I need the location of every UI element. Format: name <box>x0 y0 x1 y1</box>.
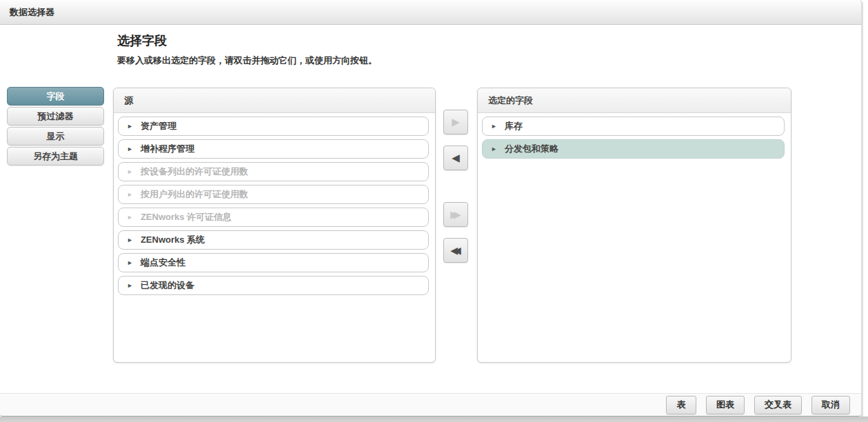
expand-arrow-icon: ► <box>127 192 133 198</box>
dialog-footer: 表 图表 交叉表 取消 <box>0 393 861 416</box>
source-field-group[interactable]: ► 已发现的设备 <box>118 276 429 295</box>
field-group-label: 分发包和策略 <box>505 143 558 155</box>
table-button[interactable]: 表 <box>666 396 696 414</box>
double-left-arrow-icon: ◀◀ <box>450 245 461 256</box>
move-right-button: ▶ <box>443 110 468 134</box>
source-field-group[interactable]: ► 资产管理 <box>118 117 429 136</box>
expand-arrow-icon[interactable]: ► <box>127 283 133 289</box>
source-field-group[interactable]: ► 增补程序管理 <box>118 139 429 159</box>
field-group-label: 增补程序管理 <box>141 143 194 155</box>
expand-arrow-icon[interactable]: ► <box>127 237 133 243</box>
cancel-button-label: 取消 <box>822 399 840 411</box>
field-group-label: 库存 <box>505 120 523 132</box>
sidebar-nav: 字段 预过滤器 显示 另存为主题 <box>7 87 104 167</box>
selected-panel-list: ► 库存 ► 分发包和策略 <box>478 113 791 165</box>
expand-arrow-icon: ► <box>127 214 133 221</box>
move-all-left-button[interactable]: ◀◀ <box>443 238 468 263</box>
field-group-label: 已发现的设备 <box>141 279 194 292</box>
sidebar-item-label: 显示 <box>47 130 65 143</box>
selected-field-group[interactable]: ► 分发包和策略 <box>482 139 785 159</box>
expand-arrow-icon[interactable]: ► <box>491 123 497 130</box>
data-selector-dialog: 数据选择器 选择字段 要移入或移出选定的字段，请双击并拖动它们，或使用方向按钮。… <box>0 0 863 416</box>
source-panel-title: 源 <box>124 94 133 107</box>
move-left-button[interactable]: ◀ <box>443 145 468 170</box>
sidebar-item-label: 另存为主题 <box>33 150 78 163</box>
field-group-label: ZENworks 许可证信息 <box>141 211 232 223</box>
right-arrow-icon: ▶ <box>452 116 460 128</box>
dialog-title: 数据选择器 <box>10 6 54 19</box>
move-all-right-button: ▶▶ <box>443 202 468 227</box>
sidebar-item-save-as-topic[interactable]: 另存为主题 <box>7 147 104 165</box>
source-field-group: ► 按设备列出的许可证使用数 <box>118 162 429 181</box>
expand-arrow-icon[interactable]: ► <box>127 123 133 130</box>
page-instruction: 要移入或移出选定的字段，请双击并拖动它们，或使用方向按钮。 <box>117 54 377 67</box>
source-field-group: ► 按用户列出的许可证使用数 <box>118 185 429 204</box>
source-field-group[interactable]: ► 端点安全性 <box>118 253 429 272</box>
crosstab-button-label: 交叉表 <box>765 399 791 411</box>
selected-panel-title: 选定的字段 <box>488 94 533 107</box>
source-panel-header: 源 <box>114 88 435 113</box>
left-arrow-icon: ◀ <box>452 152 460 164</box>
expand-arrow-icon[interactable]: ► <box>127 146 133 152</box>
page-background-strip <box>0 416 868 422</box>
sidebar-item-label: 字段 <box>47 90 65 103</box>
double-right-arrow-icon: ▶▶ <box>450 209 461 220</box>
table-button-label: 表 <box>677 399 686 411</box>
sidebar-item-label: 预过滤器 <box>38 110 74 123</box>
source-panel-list: ► 资产管理 ► 增补程序管理 ► 按设备列出的许可证使用数 ► 按用户列出的许… <box>114 113 435 302</box>
expand-arrow-icon[interactable]: ► <box>491 146 497 152</box>
source-panel: 源 ► 资产管理 ► 增补程序管理 ► 按设备列出的许可证使用数 ► 按用户列出… <box>113 88 436 363</box>
sidebar-item-prefilter[interactable]: 预过滤器 <box>7 107 104 125</box>
page-title: 选择字段 <box>117 32 167 49</box>
source-field-group[interactable]: ► ZENworks 系统 <box>118 230 429 250</box>
field-group-label: 按用户列出的许可证使用数 <box>141 188 248 201</box>
sidebar-item-display[interactable]: 显示 <box>7 127 104 145</box>
crosstab-button[interactable]: 交叉表 <box>754 396 802 414</box>
field-group-label: 资产管理 <box>141 120 176 132</box>
selected-field-group[interactable]: ► 库存 <box>482 117 785 136</box>
source-field-group: ► ZENworks 许可证信息 <box>118 208 429 227</box>
field-group-label: 按设备列出的许可证使用数 <box>141 165 248 178</box>
sidebar-item-fields[interactable]: 字段 <box>7 87 104 106</box>
expand-arrow-icon[interactable]: ► <box>127 260 133 266</box>
field-group-label: 端点安全性 <box>141 257 185 269</box>
selected-fields-panel: 选定的字段 ► 库存 ► 分发包和策略 <box>477 88 791 363</box>
selected-panel-header: 选定的字段 <box>478 88 791 113</box>
chart-button[interactable]: 图表 <box>706 396 745 414</box>
dialog-titlebar: 数据选择器 <box>0 0 861 25</box>
chart-button-label: 图表 <box>716 399 734 411</box>
field-group-label: ZENworks 系统 <box>141 234 205 246</box>
expand-arrow-icon: ► <box>127 169 133 175</box>
cancel-button[interactable]: 取消 <box>811 396 850 414</box>
data-selector-screen: 数据选择器 选择字段 要移入或移出选定的字段，请双击并拖动它们，或使用方向按钮。… <box>0 0 868 422</box>
